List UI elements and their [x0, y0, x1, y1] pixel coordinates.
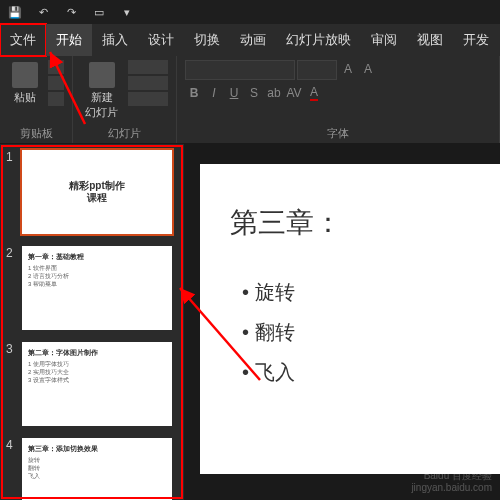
format-painter-icon[interactable]: [48, 92, 64, 106]
copy-icon[interactable]: [48, 76, 64, 90]
redo-icon[interactable]: ↷: [64, 5, 78, 19]
slide-bullet: • 飞入: [242, 352, 480, 392]
new-slide-icon: [89, 62, 115, 88]
strike-icon[interactable]: S: [245, 84, 263, 102]
menu-developer[interactable]: 开发: [453, 24, 499, 56]
thumb-bullet: 1 使用字体技巧: [28, 361, 166, 369]
thumb-subtitle: 第三章：添加切换效果: [28, 444, 166, 454]
thumb-number: 3: [6, 342, 16, 426]
thumbnail-row[interactable]: 2 第一章：基础教程 1 软件界面 2 语言技巧分析 3 帮助菜单: [6, 246, 178, 330]
thumb-bullet: 旋转: [28, 457, 166, 465]
thumbnail-slide-3[interactable]: 第二章：字体图片制作 1 使用字体技巧 2 实用技巧大全 3 设置字体样式: [22, 342, 172, 426]
thumb-bullet: 飞入: [28, 473, 166, 481]
thumbnail-slide-1[interactable]: 精彩ppt制作 课程: [22, 150, 172, 234]
font-size-select[interactable]: [297, 60, 337, 80]
thumb-bullet: 1 软件界面: [28, 265, 166, 273]
thumb-subtitle: 第二章：字体图片制作: [28, 348, 166, 358]
menu-slideshow[interactable]: 幻灯片放映: [276, 24, 361, 56]
ribbon: 粘贴 剪贴板 新建 幻灯片 幻灯片: [0, 56, 500, 144]
bold-icon[interactable]: B: [185, 84, 203, 102]
menu-view[interactable]: 视图: [407, 24, 453, 56]
thumb-subtitle: 第一章：基础教程: [28, 252, 166, 262]
menu-animations[interactable]: 动画: [230, 24, 276, 56]
thumbnail-row[interactable]: 4 第三章：添加切换效果 旋转 翻转 飞入: [6, 438, 178, 500]
workspace: 1 精彩ppt制作 课程 2 第一章：基础教程 1 软件界面 2 语言技巧分析 …: [0, 144, 500, 500]
undo-icon[interactable]: ↶: [36, 5, 50, 19]
thumb-bullet: 2 语言技巧分析: [28, 273, 166, 281]
ribbon-group-font: A A B I U S ab AV A 字体: [177, 56, 500, 143]
slide-editor-area[interactable]: 第三章： • 旋转 • 翻转 • 飞入: [184, 144, 500, 500]
thumb-number: 4: [6, 438, 16, 500]
thumb-number: 1: [6, 150, 16, 234]
italic-icon[interactable]: I: [205, 84, 223, 102]
slide-bullet: • 翻转: [242, 312, 480, 352]
thumb-bullet: 3 帮助菜单: [28, 281, 166, 289]
thumbnail-panel[interactable]: 1 精彩ppt制作 课程 2 第一章：基础教程 1 软件界面 2 语言技巧分析 …: [0, 144, 184, 500]
new-slide-button[interactable]: 新建 幻灯片: [81, 60, 122, 122]
paste-button[interactable]: 粘贴: [8, 60, 42, 107]
thumb-bullet: 3 设置字体样式: [28, 377, 166, 385]
font-family-select[interactable]: [185, 60, 295, 80]
thumbnail-row[interactable]: 3 第二章：字体图片制作 1 使用字体技巧 2 实用技巧大全 3 设置字体样式: [6, 342, 178, 426]
thumb-number: 2: [6, 246, 16, 330]
title-bar: 💾 ↶ ↷ ▭ ▾: [0, 0, 500, 24]
thumbnail-slide-4[interactable]: 第三章：添加切换效果 旋转 翻转 飞入: [22, 438, 172, 500]
menu-home[interactable]: 开始: [46, 24, 92, 56]
menu-insert[interactable]: 插入: [92, 24, 138, 56]
dropdown-icon[interactable]: ▾: [120, 5, 134, 19]
reset-icon[interactable]: [128, 76, 168, 90]
menu-bar: 文件 开始 插入 设计 切换 动画 幻灯片放映 审阅 视图 开发: [0, 24, 500, 56]
clipboard-group-label: 剪贴板: [8, 124, 64, 141]
menu-file[interactable]: 文件: [0, 24, 46, 56]
save-icon[interactable]: 💾: [8, 5, 22, 19]
ribbon-group-clipboard: 粘贴 剪贴板: [0, 56, 73, 143]
ribbon-group-slides: 新建 幻灯片 幻灯片: [73, 56, 177, 143]
cut-icon[interactable]: [48, 60, 64, 74]
spacing-icon[interactable]: AV: [285, 84, 303, 102]
thumbnail-row[interactable]: 1 精彩ppt制作 课程: [6, 150, 178, 234]
new-slide-label: 新建 幻灯片: [85, 90, 118, 120]
font-color-icon[interactable]: A: [305, 84, 323, 102]
layout-icon[interactable]: [128, 60, 168, 74]
paste-label: 粘贴: [14, 90, 36, 105]
menu-review[interactable]: 审阅: [361, 24, 407, 56]
menu-design[interactable]: 设计: [138, 24, 184, 56]
slideshow-icon[interactable]: ▭: [92, 5, 106, 19]
slide-bullet: • 旋转: [242, 272, 480, 312]
font-group-label: 字体: [185, 124, 491, 141]
menu-transitions[interactable]: 切换: [184, 24, 230, 56]
slide-body[interactable]: • 旋转 • 翻转 • 飞入: [230, 272, 480, 392]
decrease-font-icon[interactable]: A: [359, 60, 377, 78]
watermark: Baidu 百度经验 jingyan.baidu.com: [411, 470, 492, 494]
thumb-title: 精彩ppt制作 课程: [69, 180, 125, 204]
paste-icon: [12, 62, 38, 88]
shadow-icon[interactable]: ab: [265, 84, 283, 102]
section-icon[interactable]: [128, 92, 168, 106]
thumb-bullet: 2 实用技巧大全: [28, 369, 166, 377]
slide-title[interactable]: 第三章：: [230, 204, 480, 242]
current-slide[interactable]: 第三章： • 旋转 • 翻转 • 飞入: [200, 164, 500, 474]
underline-icon[interactable]: U: [225, 84, 243, 102]
thumb-bullet: 翻转: [28, 465, 166, 473]
increase-font-icon[interactable]: A: [339, 60, 357, 78]
thumbnail-slide-2[interactable]: 第一章：基础教程 1 软件界面 2 语言技巧分析 3 帮助菜单: [22, 246, 172, 330]
slides-group-label: 幻灯片: [81, 124, 168, 141]
